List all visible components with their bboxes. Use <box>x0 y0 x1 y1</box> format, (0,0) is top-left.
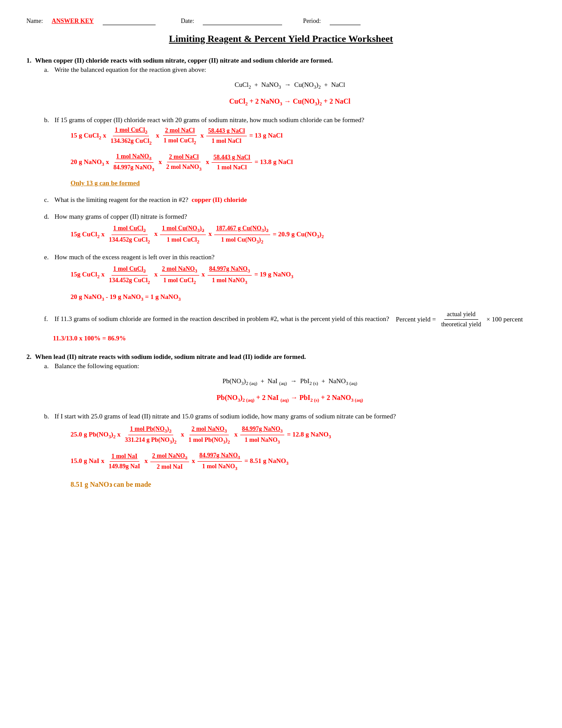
q1-c-text: What is the limiting reagent for the rea… <box>54 196 188 203</box>
q1-b-answer: Only 13 g can be formed <box>71 178 536 188</box>
period-label: Period: <box>303 18 320 25</box>
q2-a-label: a. <box>44 361 53 371</box>
q1-part-b: b. If 15 grams of copper (II) chloride r… <box>44 115 536 189</box>
q1-e-subtraction: 20 g NaNO3 - 19 g NaNO3 = 1 g NaNO3 <box>71 291 536 303</box>
q1-d-calc: 15g CuCl2 x 1 mol CuCl2 134.452g CuCl2 x… <box>71 224 536 246</box>
q1-b-text: If 15 grams of copper (II) chloride reac… <box>55 116 365 123</box>
q1-c-answer: copper (II) chloride <box>192 196 247 203</box>
q1-balanced-eq: CuCl2 + 2 NaNO3 → Cu(NO3)2 + 2 NaCl <box>44 95 536 108</box>
q1-b-label: b. <box>44 115 53 125</box>
q1-part-a: a. Write the balanced equation for the r… <box>44 64 536 108</box>
q1-a-text: Write the balanced equation for the reac… <box>54 66 206 73</box>
q1-label: 1. <box>26 57 31 64</box>
q2-b-calc1: 25.0 g Pb(NO3)2 x 1 mol Pb(NO3)2 331.214… <box>71 424 536 446</box>
q2-part-a: a. Balance the following equation: Pb(NO… <box>44 361 536 405</box>
date-label: Date: <box>181 18 194 25</box>
q1-part-c: c. What is the limiting reagent for the … <box>44 194 536 205</box>
q1-d-label: d. <box>44 211 53 222</box>
q1-part-f: f. If 11.3 grams of sodium chloride are … <box>44 310 536 344</box>
q2-b-text: If I start with 25.0 grams of lead (II) … <box>55 413 396 420</box>
question-2: 2. When lead (II) nitrate reacts with so… <box>26 353 536 490</box>
question-1: 1. When copper (II) chloride reacts with… <box>26 57 536 343</box>
q2-main: When lead (II) nitrate reacts with sodiu… <box>35 353 306 361</box>
q1-e-calc: 15g CuCl2 x 1 mol CuCl2 134.452g CuCl2 x… <box>71 264 536 286</box>
q1-a-label: a. <box>44 64 53 75</box>
q1-part-e: e. How much of the excess reagent is lef… <box>44 252 536 303</box>
q1-part-d: d. How many grams of copper (II) nitrate… <box>44 211 536 246</box>
q2-unbalanced-eq: Pb(NO3)2 (aq) + NaI (aq) → PbI2 (s) + Na… <box>44 375 536 388</box>
q2-b-label: b. <box>44 411 53 422</box>
q1-e-label: e. <box>44 252 53 262</box>
q1-main: When copper (II) chloride reacts with so… <box>35 57 333 64</box>
header: Name: ANSWER KEY Date: Period: <box>26 18 536 25</box>
q2-label: 2. <box>26 353 31 361</box>
q1-e-text: How much of the excess reagent is left o… <box>55 254 215 261</box>
q1-f-text: If 11.3 grams of sodium chloride are for… <box>55 315 389 322</box>
q1-b-calc2: 20 g NaNO3 x 1 mol NaNO3 84.997g NaNO3 x… <box>71 152 536 174</box>
q1-b-calc1: 15 g CuCl2 x 1 mol CuCl2 134.362g CuCl2 … <box>71 125 536 147</box>
answer-key: ANSWER KEY <box>52 18 93 25</box>
page-title: Limiting Reagent & Percent Yield Practic… <box>26 33 536 45</box>
q2-b-answer: 8.51 g NaNO₃ can be made <box>71 479 536 490</box>
name-label: Name: <box>26 18 43 25</box>
q2-b-calc2: 15.0 g NaI x 1 mol NaI 149.89g NaI x 2 m… <box>71 451 536 473</box>
date-field <box>203 18 282 25</box>
period-field <box>330 18 361 25</box>
q1-f-answer: 11.3/13.0 x 100% = 86.9% <box>53 333 536 343</box>
q2-part-b: b. If I start with 25.0 grams of lead (I… <box>44 411 536 490</box>
q1-f-label: f. <box>44 314 53 324</box>
name-field <box>103 18 156 25</box>
q1-c-label: c. <box>44 194 53 205</box>
q2-balanced-eq: Pb(NO3)2 (aq) + 2 NaI (aq) → PbI2 (s) + … <box>44 392 536 405</box>
q2-a-text: Balance the following equation: <box>55 362 139 370</box>
q1-d-text: How many grams of copper (II) nitrate is… <box>55 213 187 220</box>
percent-yield-formula: Percent yield = actual yield theoretical… <box>396 310 523 330</box>
q1-unbalanced-eq: CuCl2 + NaNO3 → Cu(NO3)2 + NaCl <box>44 78 536 92</box>
